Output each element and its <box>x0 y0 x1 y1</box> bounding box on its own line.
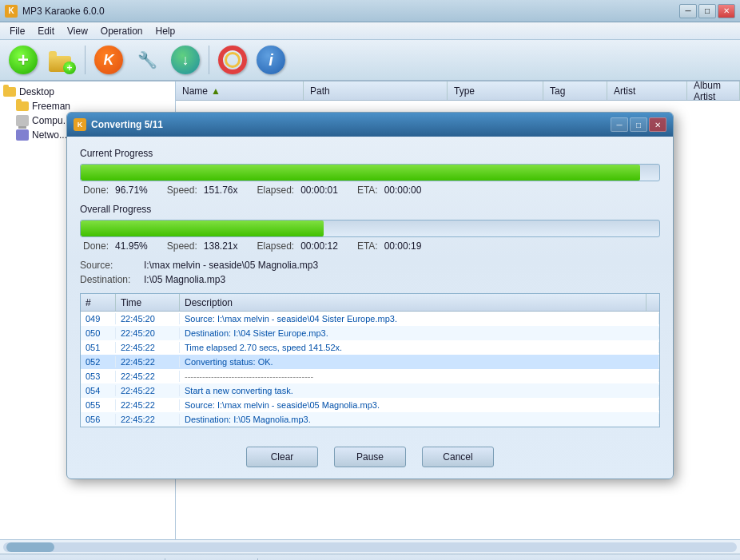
log-cell-num: 049 <box>81 313 116 324</box>
current-elapsed-group: Elapsed: 00:00:01 <box>257 185 337 196</box>
log-row[interactable]: 050 22:45:20 Destination: I:\04 Sister E… <box>81 326 659 340</box>
modal-body: Current Progress Done: 96.71% Speed: 151… <box>67 137 673 439</box>
modal-title-bar: K Converting 5/11 ─ □ ✕ <box>67 113 673 137</box>
modal-title: Converting 5/11 <box>91 119 163 130</box>
log-cell-time: 22:45:22 <box>116 371 180 382</box>
log-row[interactable]: 049 22:45:20 Source: I:\max melvin - sea… <box>81 312 659 326</box>
log-row[interactable]: 051 22:45:22 Time elapsed 2.70 secs, spe… <box>81 340 659 355</box>
current-progress-fill <box>81 165 640 181</box>
current-eta-value: 00:00:00 <box>384 185 422 196</box>
modal-title-left: K Converting 5/11 <box>74 118 163 131</box>
log-row[interactable]: 054 22:45:22 Start a new converting task… <box>81 383 659 398</box>
current-elapsed-label: Elapsed: <box>257 185 294 196</box>
overall-elapsed-group: Elapsed: 00:00:12 <box>257 240 337 252</box>
overall-done-label: Done: <box>83 240 109 252</box>
log-cell-num: 052 <box>81 356 116 367</box>
log-row[interactable]: 053 22:45:22 ---------------------------… <box>81 369 659 383</box>
current-progress-section: Current Progress Done: 96.71% Speed: 151… <box>80 148 660 196</box>
overall-eta-label: ETA: <box>357 240 378 252</box>
log-cell-desc: Destination: I:\05 Magnolia.mp3. <box>180 414 659 425</box>
modal-overlay: K Converting 5/11 ─ □ ✕ Current Progress <box>0 0 740 560</box>
source-label: Source: <box>80 260 144 271</box>
log-cell-time: 22:45:22 <box>116 385 180 396</box>
log-rows: 049 22:45:20 Source: I:\max melvin - sea… <box>81 312 659 427</box>
current-eta-label: ETA: <box>357 185 378 196</box>
log-cell-desc: Source: I:\max melvin - seaside\05 Magno… <box>180 399 659 411</box>
modal-footer: Clear Pause Cancel <box>67 439 673 479</box>
log-cell-num: 054 <box>81 385 116 396</box>
log-cell-desc: Time elapsed 2.70 secs, speed 141.52x. <box>180 342 659 353</box>
modal-controls: ─ □ ✕ <box>611 117 666 132</box>
current-done-label: Done: <box>83 185 109 196</box>
overall-progress-track <box>80 220 660 237</box>
current-speed-label: Speed: <box>167 185 197 196</box>
log-row[interactable]: 055 22:45:22 Source: I:\max melvin - sea… <box>81 398 659 412</box>
current-progress-label: Current Progress <box>80 148 660 159</box>
current-elapsed-value: 00:00:01 <box>300 185 338 196</box>
overall-progress-section: Overall Progress Done: 41.95% Speed: 138… <box>80 204 660 252</box>
overall-eta-group: ETA: 00:00:19 <box>357 240 422 252</box>
current-done-group: Done: 96.71% <box>83 185 148 196</box>
current-speed-group: Speed: 151.76x <box>167 185 238 196</box>
clear-button[interactable]: Clear <box>246 447 318 467</box>
modal-minimize-btn[interactable]: ─ <box>611 117 628 132</box>
log-cell-time: 22:45:20 <box>116 313 180 324</box>
current-speed-value: 151.76x <box>204 185 238 196</box>
log-cell-desc: Converting status: OK. <box>180 356 659 367</box>
log-cell-time: 22:45:20 <box>116 328 180 339</box>
log-col-desc: Description <box>180 294 647 311</box>
destination-row: Destination: I:\05 Magnolia.mp3 <box>80 274 660 285</box>
log-container[interactable]: # Time Description 049 22:45:20 Source: … <box>80 293 660 427</box>
overall-progress-fill <box>81 220 324 236</box>
overall-progress-stats: Done: 41.95% Speed: 138.21x Elapsed: 00:… <box>80 240 660 252</box>
overall-progress-label: Overall Progress <box>80 204 660 215</box>
log-row[interactable]: 056 22:45:22 Destination: I:\05 Magnolia… <box>81 412 659 427</box>
log-cell-num: 056 <box>81 414 116 425</box>
log-col-num: # <box>81 294 116 311</box>
log-row[interactable]: 052 22:45:22 Converting status: OK. <box>81 355 659 369</box>
log-cell-time: 22:45:22 <box>116 414 180 425</box>
modal-app-icon: K <box>74 118 86 131</box>
overall-done-value: 41.95% <box>115 240 148 252</box>
log-cell-num: 055 <box>81 399 116 411</box>
current-eta-group: ETA: 00:00:00 <box>357 185 422 196</box>
log-cell-time: 22:45:22 <box>116 399 180 411</box>
cancel-button[interactable]: Cancel <box>422 447 494 467</box>
log-cell-desc: Destination: I:\04 Sister Europe.mp3. <box>180 328 659 339</box>
current-progress-track <box>80 164 660 181</box>
log-cell-time: 22:45:22 <box>116 356 180 367</box>
log-cell-desc: Start a new converting task. <box>180 385 659 396</box>
pause-button[interactable]: Pause <box>334 447 406 467</box>
modal-close-btn[interactable]: ✕ <box>649 117 666 132</box>
overall-speed-group: Speed: 138.21x <box>167 240 238 252</box>
overall-done-group: Done: 41.95% <box>83 240 148 252</box>
source-row: Source: I:\max melvin - seaside\05 Magno… <box>80 260 660 271</box>
log-cell-desc: ----------------------------------------… <box>180 371 659 382</box>
current-progress-stats: Done: 96.71% Speed: 151.76x Elapsed: 00:… <box>80 185 660 196</box>
converting-dialog: K Converting 5/11 ─ □ ✕ Current Progress <box>66 112 674 479</box>
log-cell-num: 053 <box>81 371 116 382</box>
overall-elapsed-value: 00:00:12 <box>300 240 338 252</box>
log-cell-desc: Source: I:\max melvin - seaside\04 Siste… <box>180 313 659 324</box>
destination-value: I:\05 Magnolia.mp3 <box>144 274 225 285</box>
current-done-value: 96.71% <box>115 185 148 196</box>
log-header: # Time Description <box>81 294 659 312</box>
overall-elapsed-label: Elapsed: <box>257 240 294 252</box>
log-cell-num: 051 <box>81 342 116 353</box>
overall-eta-value: 00:00:19 <box>384 240 422 252</box>
modal-maximize-btn[interactable]: □ <box>630 117 647 132</box>
log-col-time: Time <box>116 294 180 311</box>
overall-speed-label: Speed: <box>167 240 197 252</box>
source-value: I:\max melvin - seaside\05 Magnolia.mp3 <box>144 260 318 271</box>
overall-speed-value: 138.21x <box>204 240 238 252</box>
destination-label: Destination: <box>80 274 144 285</box>
log-cell-time: 22:45:22 <box>116 342 180 353</box>
log-cell-num: 050 <box>81 328 116 339</box>
